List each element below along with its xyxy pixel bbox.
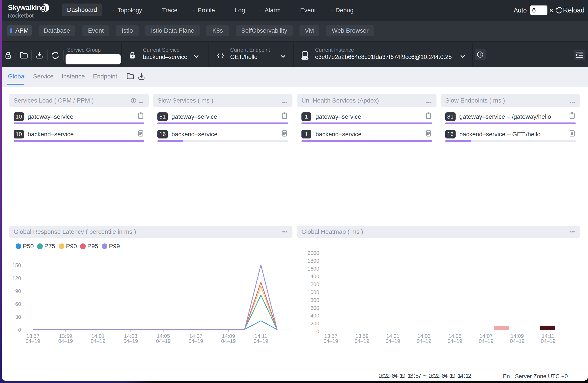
svg-text:1800: 1800 bbox=[308, 258, 319, 264]
svg-text:2000: 2000 bbox=[308, 250, 319, 256]
svg-text:800: 800 bbox=[311, 297, 319, 303]
svg-text:1000: 1000 bbox=[308, 289, 319, 295]
svg-text:04–19: 04–19 bbox=[58, 338, 73, 344]
svg-text:600: 600 bbox=[311, 305, 319, 311]
svg-text:90: 90 bbox=[15, 288, 21, 294]
svg-text:400: 400 bbox=[311, 313, 319, 319]
svg-text:04–19: 04–19 bbox=[156, 338, 171, 344]
svg-text:0: 0 bbox=[316, 328, 319, 334]
svg-text:04–19: 04–19 bbox=[541, 338, 556, 344]
svg-text:120: 120 bbox=[12, 275, 21, 281]
svg-text:04–19: 04–19 bbox=[324, 338, 338, 344]
svg-text:04–19: 04–19 bbox=[479, 338, 494, 344]
svg-text:60: 60 bbox=[15, 301, 21, 307]
svg-text:04–19: 04–19 bbox=[386, 338, 400, 344]
svg-text:04–19: 04–19 bbox=[124, 338, 138, 344]
svg-text:1400: 1400 bbox=[308, 273, 319, 279]
svg-text:04–19: 04–19 bbox=[448, 338, 462, 344]
svg-text:04–19: 04–19 bbox=[189, 338, 203, 344]
svg-text:04–19: 04–19 bbox=[355, 338, 369, 344]
svg-text:1200: 1200 bbox=[308, 281, 319, 287]
svg-text:150: 150 bbox=[12, 262, 21, 268]
svg-text:04–19: 04–19 bbox=[510, 338, 525, 344]
svg-text:04–19: 04–19 bbox=[91, 338, 105, 344]
svg-text:30: 30 bbox=[15, 314, 21, 320]
svg-text:04–19: 04–19 bbox=[254, 338, 268, 344]
svg-text:04–19: 04–19 bbox=[26, 338, 40, 344]
svg-text:200: 200 bbox=[311, 321, 319, 326]
svg-text:04–19: 04–19 bbox=[417, 338, 431, 344]
svg-text:1600: 1600 bbox=[308, 266, 319, 272]
svg-text:04–19: 04–19 bbox=[221, 338, 236, 344]
svg-text:0: 0 bbox=[18, 327, 21, 333]
